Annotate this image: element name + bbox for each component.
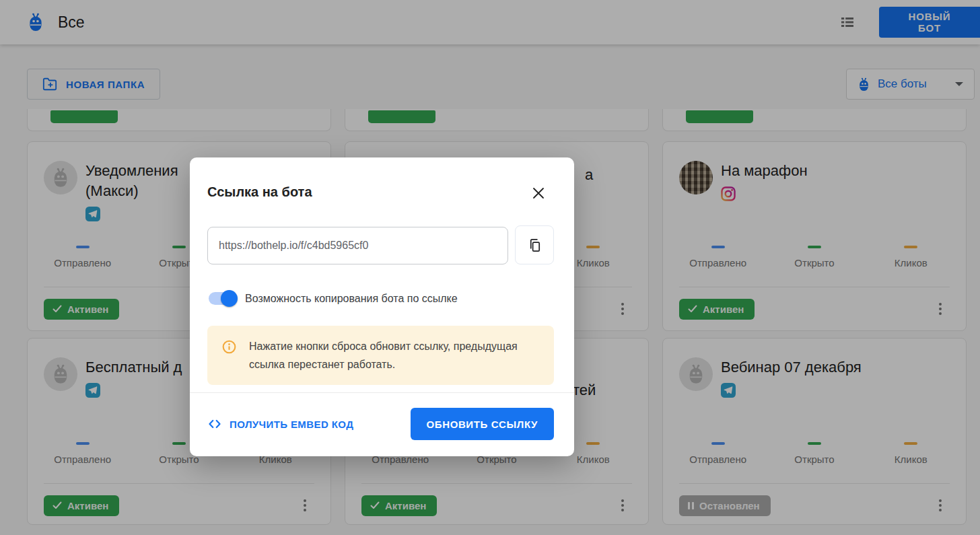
- app-screen: Все НОВЫЙ БОТ НОВАЯ ПАПКА: [0, 0, 980, 535]
- copy-icon: [527, 238, 542, 253]
- modal-title: Ссылка на бота: [207, 184, 312, 200]
- copy-link-button[interactable]: [515, 225, 554, 264]
- warning-text: Нажатие кнопки сброса обновит ссылку, пр…: [249, 337, 543, 373]
- warning-banner: Нажатие кнопки сброса обновит ссылку, пр…: [207, 326, 554, 385]
- bot-link-input[interactable]: [207, 227, 508, 264]
- copy-permission-toggle[interactable]: [209, 292, 236, 305]
- bot-link-modal: Ссылка на бота Возможность копирования б…: [190, 157, 574, 456]
- info-icon: [221, 339, 237, 355]
- update-link-button[interactable]: ОБНОВИТЬ ССЫЛКУ: [411, 408, 554, 440]
- toggle-label: Возможность копирования бота по ссылке: [245, 293, 458, 305]
- divider: [190, 392, 574, 393]
- code-icon: [207, 417, 222, 431]
- get-embed-code-button[interactable]: ПОЛУЧИТЬ EMBED КОД: [207, 408, 353, 440]
- close-icon[interactable]: [530, 184, 547, 202]
